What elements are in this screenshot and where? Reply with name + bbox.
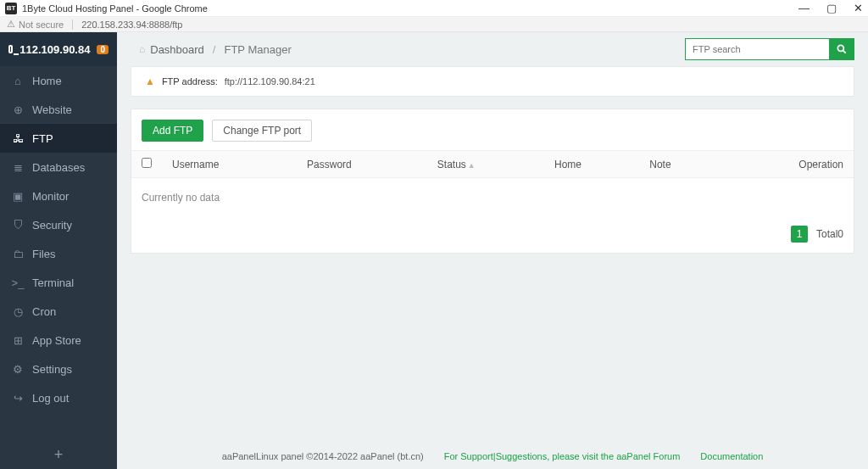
terminal-icon: >_ (12, 276, 24, 289)
ftp-icon: 🖧 (12, 132, 24, 145)
footer-docs-link[interactable]: Documentation (700, 451, 763, 461)
monitor-square-icon: ▣ (12, 190, 24, 203)
page-number[interactable]: 1 (791, 226, 808, 243)
col-note[interactable]: Note (639, 151, 723, 178)
footer: aaPanelLinux panel ©2014-2022 aaPanel (b… (117, 444, 868, 469)
svg-point-0 (837, 45, 843, 51)
header-row: ⌂ Dashboard / FTP Manager (117, 32, 868, 66)
search-input[interactable] (685, 38, 829, 60)
sidebar-item-ftp[interactable]: 🖧FTP (0, 124, 117, 153)
logout-icon: ↪ (12, 392, 24, 405)
sidebar-item-label: Security (32, 219, 72, 232)
sidebar-item-appstore[interactable]: ⊞App Store (0, 326, 117, 355)
window-title: 1Byte Cloud Hosting Panel - Google Chrom… (22, 3, 208, 14)
breadcrumb-current: FTP Manager (224, 43, 291, 56)
divider (72, 20, 73, 30)
col-status[interactable]: Status▲ (427, 151, 544, 178)
sidebar-item-settings[interactable]: ⚙Settings (0, 355, 117, 383)
sidebar-item-label: Monitor (32, 190, 69, 203)
col-password[interactable]: Password (297, 151, 427, 178)
total-label: Total0 (816, 228, 843, 240)
breadcrumb-root[interactable]: Dashboard (150, 43, 204, 56)
notification-badge[interactable]: 0 (97, 45, 108, 54)
col-status-label: Status (437, 159, 466, 170)
sidebar-item-label: Home (32, 75, 62, 87)
window-minimize-button[interactable]: — (798, 2, 810, 14)
sidebar-item-label: Terminal (32, 276, 74, 289)
sidebar-item-files[interactable]: 🗀Files (0, 239, 117, 268)
browser-address-bar: ⚠ Not secure 220.158.233.94:8888/ftp (0, 17, 868, 32)
breadcrumb-separator: / (213, 43, 216, 56)
sidebar-item-label: Files (32, 248, 55, 260)
search-box (685, 38, 854, 60)
select-all-checkbox[interactable] (142, 158, 152, 168)
sidebar-item-security[interactable]: ⛉Security (0, 210, 117, 239)
sidebar-item-website[interactable]: ⊕Website (0, 95, 117, 124)
pagination: 1 Total0 (131, 217, 854, 243)
warning-icon: ▲ (145, 75, 155, 87)
home-icon: ⌂ (12, 75, 24, 87)
not-secure-label: Not secure (19, 20, 64, 30)
url-text[interactable]: 220.158.233.94:8888/ftp (81, 20, 182, 30)
sidebar-header[interactable]: 112.109.90.84 0 (0, 32, 117, 66)
sidebar-item-logout[interactable]: ↪Log out (0, 383, 117, 412)
monitor-icon (8, 45, 13, 53)
shield-icon: ⛉ (12, 219, 24, 232)
host-ip: 112.109.90.84 (19, 43, 90, 56)
gear-icon: ⚙ (12, 363, 24, 376)
globe-icon: ⊕ (12, 103, 24, 116)
sidebar-item-label: Databases (32, 161, 85, 174)
not-secure-indicator[interactable]: ⚠ Not secure (7, 19, 64, 30)
footer-support-link[interactable]: For Support|Suggestions, please visit th… (444, 451, 681, 461)
window-title-bar: BT 1Byte Cloud Hosting Panel - Google Ch… (0, 0, 868, 17)
col-home[interactable]: Home (544, 151, 639, 178)
sidebar-menu: ⌂Home ⊕Website 🖧FTP ≣Databases ▣Monitor … (0, 66, 117, 440)
grid-icon: ⊞ (12, 334, 24, 347)
warning-icon: ⚠ (7, 19, 15, 30)
sidebar-item-label: Website (32, 103, 72, 116)
ftp-table-panel: Add FTP Change FTP port Username Passwor… (131, 109, 854, 254)
sort-asc-icon: ▲ (468, 161, 476, 170)
window-close-button[interactable]: ✕ (854, 2, 863, 14)
add-ftp-button[interactable]: Add FTP (142, 120, 203, 142)
sidebar-item-cron[interactable]: ◷Cron (0, 297, 117, 326)
sidebar-add-button[interactable]: + (0, 440, 117, 469)
change-ftp-port-button[interactable]: Change FTP port (212, 120, 312, 142)
clock-icon: ◷ (12, 305, 24, 318)
main-content: ⌂ Dashboard / FTP Manager ▲ FTP address:… (117, 32, 868, 469)
sidebar-item-label: Settings (32, 363, 72, 376)
svg-line-1 (843, 50, 845, 53)
sidebar-item-home[interactable]: ⌂Home (0, 66, 117, 95)
sidebar-item-label: FTP (32, 132, 53, 145)
search-icon (836, 43, 848, 55)
sidebar-item-label: Log out (32, 392, 69, 405)
col-username[interactable]: Username (162, 151, 297, 178)
sidebar-item-monitor[interactable]: ▣Monitor (0, 181, 117, 210)
window-favicon: BT (5, 3, 17, 14)
folder-icon: 🗀 (12, 248, 24, 260)
home-icon: ⌂ (139, 43, 145, 55)
breadcrumb: ⌂ Dashboard / FTP Manager (139, 43, 292, 56)
ftp-address-label: FTP address: (162, 76, 218, 87)
ftp-table: Username Password Status▲ Home Note Oper… (131, 150, 854, 217)
sidebar-item-label: App Store (32, 334, 81, 347)
sidebar-item-terminal[interactable]: >_Terminal (0, 268, 117, 297)
col-operation: Operation (723, 151, 854, 178)
window-maximize-button[interactable]: ▢ (826, 2, 837, 14)
ftp-address-panel: ▲ FTP address: ftp://112.109.90.84:21 (131, 66, 854, 97)
database-icon: ≣ (12, 161, 24, 174)
sidebar: 112.109.90.84 0 ⌂Home ⊕Website 🖧FTP ≣Dat… (0, 32, 117, 469)
empty-row: Currently no data (131, 178, 854, 218)
ftp-address-value: ftp://112.109.90.84:21 (225, 76, 315, 87)
sidebar-item-label: Cron (32, 305, 56, 318)
sidebar-item-databases[interactable]: ≣Databases (0, 153, 117, 181)
footer-copyright: aaPanelLinux panel ©2014-2022 aaPanel (b… (222, 451, 424, 461)
search-button[interactable] (829, 38, 854, 60)
